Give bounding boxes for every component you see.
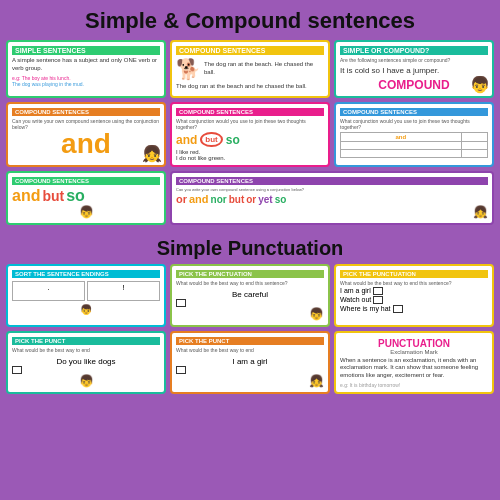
section-top: SIMPLE SENTENCES A simple sentence has a…	[0, 40, 500, 231]
pick-punct-2-title: PICK THE PUNCTUATION	[340, 270, 488, 278]
pick-punct-4-subtitle: What would be the best way to end	[176, 347, 324, 353]
cards-grid-bottom: SORT THE SENTENCE ENDINGS . ! 👦 PICK THE…	[6, 264, 494, 394]
page-wrapper: Simple & Compound sentences SIMPLE SENTE…	[0, 0, 500, 400]
or-1: or	[176, 193, 187, 205]
and-all: and	[189, 193, 209, 205]
pick-punct-3-title: PICK THE PUNCT	[12, 337, 160, 345]
section-title-2: Simple Punctuation	[0, 237, 500, 260]
nor-all: nor	[211, 194, 227, 205]
section-divider: Simple Punctuation	[0, 231, 500, 264]
character-icon-2: 👧	[142, 144, 162, 163]
pick-punct-2-s1: I am a girl	[340, 287, 488, 295]
compound-all-conj-card: COMPOUND SENTENCES Can you write your ow…	[170, 171, 494, 225]
soc-title: SIMPLE OR COMPOUND?	[340, 46, 488, 55]
compound-abs-title: COMPOUND SENTENCES	[176, 108, 324, 116]
section-bottom: SORT THE SENTENCE ENDINGS . ! 👦 PICK THE…	[0, 264, 500, 400]
but-conjunction-circle: but	[200, 132, 222, 147]
but-large: but	[42, 188, 64, 204]
pick-punct-girl-card: PICK THE PUNCT What would be the best wa…	[170, 331, 330, 394]
compound-and-title: COMPOUND SENTENCES	[12, 108, 160, 116]
compound-dog-ex2: The dog ran at the beach and he chased t…	[176, 83, 324, 91]
compound-table-subtitle: What conjunction would you use to join t…	[340, 118, 488, 130]
pick-punct-1-title: PICK THE PUNCTUATION	[176, 270, 324, 278]
compound-abs-subtitle: What conjunction would you use to join t…	[176, 118, 324, 130]
pick-punct-3-sentence: Do you like dogs	[12, 357, 160, 366]
simple-or-compound-card: SIMPLE OR COMPOUND? Are the following se…	[334, 40, 494, 98]
compound-large-abs-card: COMPOUND SENTENCES and but so 👦	[6, 171, 166, 225]
pick-punct-2-s2: Watch out	[340, 296, 488, 304]
compound-large-abs-title: COMPOUND SENTENCES	[12, 177, 160, 185]
or-2: or	[246, 194, 256, 205]
punct-box-4	[176, 366, 186, 374]
compound-dog-title: COMPOUND SENTENCES	[176, 46, 324, 55]
simple-sentences-card: SIMPLE SENTENCES A simple sentence has a…	[6, 40, 166, 98]
simple-sentences-title: SIMPLE SENTENCES	[12, 46, 160, 55]
compound-table-card: COMPOUND SENTENCES What conjunction woul…	[334, 102, 494, 167]
soc-sentence: It is cold so I have a jumper.	[340, 66, 488, 75]
compound-dog-ex1: The dog ran at the beach. He chased the …	[204, 61, 324, 77]
sort-col-period: .	[12, 281, 85, 301]
compound-and-big: and	[12, 130, 160, 158]
pick-punct-1-sentence: Be careful	[176, 290, 324, 299]
cards-grid-top: SIMPLE SENTENCES A simple sentence has a…	[6, 40, 494, 225]
compound-abs-ex2: I do not like green.	[176, 155, 324, 161]
char-icon-8: 👧	[176, 374, 324, 388]
char-icon-7: 👦	[12, 374, 160, 388]
yet-all: yet	[258, 194, 272, 205]
pick-punct-multi-card: PICK THE PUNCTUATION What would be the b…	[334, 264, 494, 327]
pick-punct-4-title: PICK THE PUNCT	[176, 337, 324, 345]
punct-box-2b	[373, 296, 383, 304]
and-large: and	[12, 187, 40, 205]
punct-subtitle: Exclamation Mark	[340, 349, 488, 355]
character-icon: 👦	[470, 75, 490, 94]
sort-title: SORT THE SENTENCE ENDINGS	[12, 270, 160, 278]
punctuation-exclamation-card: PUNCTUATION Exclamation Mark When a sent…	[334, 331, 494, 394]
punct-description: When a sentence is an exclamation, it en…	[340, 357, 488, 380]
so-conjunction: so	[226, 133, 240, 147]
pick-punct-2-s3: Where is my hat	[340, 305, 488, 313]
pick-punct-be-careful-card: PICK THE PUNCTUATION What would be the b…	[170, 264, 330, 327]
punct-big-title: PUNCTUATION	[340, 338, 488, 349]
but-all: but	[229, 194, 245, 205]
punct-box-2c	[393, 305, 403, 313]
sort-col-excl: !	[87, 281, 160, 301]
pick-punct-dogs-card: PICK THE PUNCT What would be the best wa…	[6, 331, 166, 394]
pick-punct-4-sentence: I am a girl	[176, 357, 324, 366]
punct-example: e.g: It is birthday tomorrow!	[340, 382, 488, 388]
pick-punct-3-subtitle: What would be the best way to end	[12, 347, 160, 353]
char-icon-4: 👧	[473, 205, 488, 219]
char-icon-3: 👦	[12, 205, 160, 219]
punct-box-3	[12, 366, 22, 374]
compound-table-title: COMPOUND SENTENCES	[340, 108, 488, 116]
punct-box-2a	[373, 287, 383, 295]
char-icon-6: 👦	[176, 307, 324, 321]
sort-grid: . !	[12, 281, 160, 301]
compound-all-title: COMPOUND SENTENCES	[176, 177, 488, 185]
char-icon-5: 👦	[12, 304, 160, 315]
simple-sentences-body: A simple sentence has a subject and only…	[12, 57, 160, 73]
soc-answer: COMPOUND	[340, 78, 488, 92]
compound-and-card: COMPOUND SENTENCES Can you write your ow…	[6, 102, 166, 167]
compound-and-but-so-card: COMPOUND SENTENCES What conjunction woul…	[170, 102, 330, 167]
compound-sentences-dog-card: COMPOUND SENTENCES 🐕 The dog ran at the …	[170, 40, 330, 98]
punct-box-1	[176, 299, 186, 307]
compound-all-subtitle: Can you write your own compound sentence…	[176, 187, 488, 192]
so-all: so	[275, 194, 287, 205]
main-title: Simple & Compound sentences	[0, 0, 500, 40]
sort-endings-card: SORT THE SENTENCE ENDINGS . ! 👦	[6, 264, 166, 327]
soc-subtitle: Are the following sentences simple or co…	[340, 57, 488, 63]
simple-sentences-ex2: The dog was playing in the mud.	[12, 81, 160, 88]
and-conjunction: and	[176, 133, 197, 147]
pick-punct-1-subtitle: What would be the best way to end this s…	[176, 280, 324, 286]
pick-punct-2-subtitle: What would be the best way to end this s…	[340, 280, 488, 286]
so-large: so	[66, 187, 85, 205]
